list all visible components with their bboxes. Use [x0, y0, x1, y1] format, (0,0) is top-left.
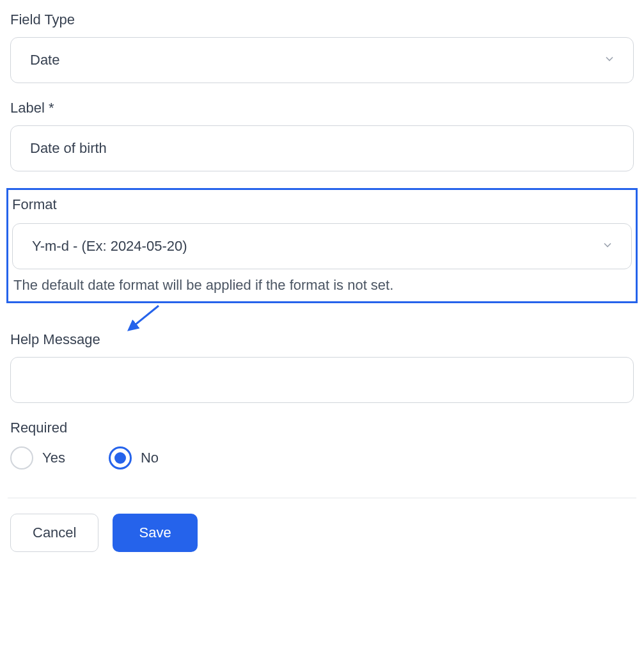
help-message-label: Help Message	[10, 331, 634, 348]
radio-selected-icon	[109, 446, 132, 470]
divider	[8, 498, 636, 498]
label-field-label: Label *	[10, 100, 634, 116]
required-no-label: No	[141, 450, 159, 466]
cancel-button[interactable]: Cancel	[10, 514, 98, 552]
format-label: Format	[12, 196, 632, 213]
label-group: Label *	[8, 100, 636, 171]
format-group-highlighted: Format Y-m-d - (Ex: 2024-05-20) The defa…	[6, 188, 638, 303]
required-yes-option[interactable]: Yes	[10, 446, 65, 470]
required-group: Required Yes No	[8, 420, 636, 470]
label-input[interactable]	[10, 125, 634, 171]
help-message-input[interactable]	[10, 357, 634, 403]
field-type-label: Field Type	[10, 12, 634, 28]
field-type-select[interactable]: Date	[10, 37, 634, 83]
radio-icon	[10, 446, 33, 470]
button-row: Cancel Save	[8, 514, 636, 552]
save-button[interactable]: Save	[113, 514, 197, 552]
required-label: Required	[10, 420, 634, 436]
required-yes-label: Yes	[42, 450, 65, 466]
format-select[interactable]: Y-m-d - (Ex: 2024-05-20)	[12, 223, 632, 269]
svg-line-0	[132, 306, 159, 328]
help-message-group: Help Message	[8, 331, 636, 403]
required-no-option[interactable]: No	[109, 446, 159, 470]
field-type-group: Field Type Date	[8, 12, 636, 83]
radio-dot-icon	[114, 452, 126, 464]
format-select-wrapper: Y-m-d - (Ex: 2024-05-20)	[12, 223, 632, 269]
required-radio-group: Yes No	[10, 446, 634, 470]
field-type-select-wrapper: Date	[10, 37, 634, 83]
format-helper-text: The default date format will be applied …	[12, 277, 632, 294]
